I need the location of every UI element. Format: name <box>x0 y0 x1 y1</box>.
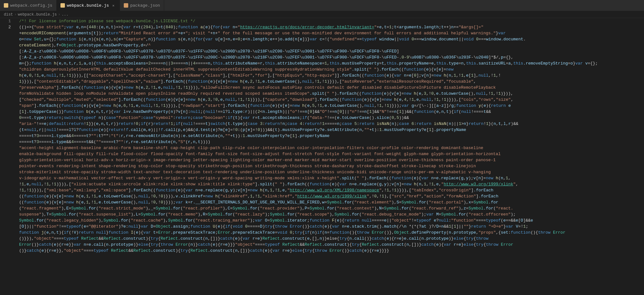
code-line-4: o=new Set,u={};function i(e,n){s(e,n),s(… <box>19 36 644 42</box>
code-line-14: ["checked","multiple","muted","selected"… <box>19 97 644 103</box>
code-line-39: ()}catch(e){r=e}},"object"====typeof Ref… <box>19 248 644 254</box>
code-line-20: =====t?3=====l.type&&4=====t?"":t?"":"t"… <box>19 133 644 139</box>
tab-webpack-bundle[interactable]: webpack.bundle.js ✕ <box>57 0 120 11</box>
editor-container: 1 2 /*! For license information please s… <box>0 18 644 295</box>
tab-label-webpack-bundle: webpack.bundle.js <box>67 3 109 8</box>
code-line-34: Symbol.for("react.legacy_hidden"),Symbol… <box>19 217 644 223</box>
line-numbers: 1 2 <box>0 18 16 295</box>
line-number-1: 1 <box>0 18 13 24</box>
code-line-21: =====t?3=====l.type&&4=====t&&(""=====t?… <box>19 139 644 145</box>
code-content[interactable]: /*! For license information please see w… <box>16 18 644 295</box>
code-line-27: v-ideographic v-mathematical vector-effe… <box>19 175 644 181</box>
code-line-16: [1].toUpperCase()}function b(e,n,t,r){va… <box>19 109 644 115</box>
code-line-30: ((function(e){v[e]=new h(e,1,!1,e.toLowe… <box>19 193 644 199</box>
line-number-2: 2 <box>0 24 13 30</box>
tab-label-webpack-config: webpack.config.js <box>10 3 52 8</box>
code-line-25: pointer-events rendering-intent shape-re… <box>19 163 644 169</box>
code-line-35: [O])||"function"!==typeof(e="@@iterator"… <box>19 223 644 230</box>
code-line-15: "span"].forEach((function(e){v[e]=new h(… <box>19 103 644 109</box>
code-line-23: enable-background fill-opacity fill-rule… <box>19 151 644 157</box>
webpack-bundle-icon <box>60 3 65 8</box>
breadcrumb-sep-1: › <box>14 12 17 17</box>
code-line-1: /*! For license information please see w… <box>19 18 644 24</box>
code-line-18: "aria-"!==e;default:return!1}}(e,n,t,r))… <box>19 121 644 127</box>
code-line-10: h(e,0,!1,e,null,!1,!1)})),[["acceptChars… <box>19 72 644 79</box>
code-line-22: "accent-height alignment-baseline arabic… <box>19 145 644 151</box>
code-line-28: !1,e,null,!1,!1)})),["xlink:actuate xlin… <box>19 181 644 187</box>
code-line-26: stroke-miterlimit stroke-opacity stroke-… <box>19 169 644 175</box>
webpack-config-icon <box>4 3 8 8</box>
breadcrumb: dist › webpack.bundle.js › ... <box>0 11 644 18</box>
code-line-13: formNoValidate hidden loop noModule noVa… <box>19 91 644 97</box>
breadcrumb-dist[interactable]: dist <box>4 12 13 17</box>
code-line-12: "preserveAlpha"].forEach((function(e){v[… <box>19 85 644 91</box>
tab-label-package-json: package.json <box>130 3 160 8</box>
code-line-38: Error()}catch(e){r=e}}var n=e.call(n.pro… <box>19 242 644 248</box>
code-line-11: 1)})),["contentEditable","draggable","sp… <box>19 79 644 85</box>
code-line-24: glyph-orientation-vertical horiz-adv-x h… <box>19 157 644 163</box>
code-line-36: function j(e,n,t){if(!V)return null}func… <box>19 230 644 236</box>
code-line-17: 0===t.type)return;switch(typeof n){case"… <box>19 115 644 121</box>
breadcrumb-sep-2: › <box>58 12 60 17</box>
tab-close-button[interactable]: ✕ <box>111 3 116 8</box>
breadcrumb-file[interactable]: webpack.bundle.js <box>18 12 57 17</box>
code-line-29: !1,!1)})),["xml:base","xml:lang","xml:sp… <box>19 187 644 193</box>
tab-webpack-config[interactable]: webpack.config.js <box>0 0 57 11</box>
code-line-7: [:A-Z_a-z\u00C0-\u00D6\u00D8-\u00F6\u00F… <box>19 54 644 60</box>
breadcrumb-context: ... <box>62 12 69 17</box>
code-line-37: ()}}),"object"====typeof Reflect&&Reflec… <box>19 236 644 242</box>
code-line-31: ((function(e){v[e]=new h(e,1,!1,e.toLowe… <box>19 199 644 205</box>
code-line-2: (()=>{"use strict";var e,n={448:(e,n,t)=… <box>19 24 644 30</box>
code-line-32: ("react.fragment"),E=Symbol.for("react.s… <box>19 205 644 211</box>
code-line-3: +encodeURIComponent(arguments[t]);return… <box>19 30 644 36</box>
code-line-6: [:A-Z_a-z\u00C0-\u00D6\u00D8-\u00F6\u00F… <box>19 48 644 54</box>
code-line-33: suspense"),T=Symbol.for("react.suspense_… <box>19 211 644 217</box>
tab-bar: webpack.config.js webpack.bundle.js ✕ pa… <box>0 0 644 11</box>
package-json-icon <box>124 3 128 8</box>
code-line-5: createElement),f=Object.prototype.hasOwn… <box>19 42 644 48</box>
code-line-9: "children dangerouslySetInnerHTML defaul… <box>19 66 644 72</box>
tab-package-json[interactable]: package.json <box>120 0 164 11</box>
code-line-19: (t=null,r||null!====l?l?function(e){retu… <box>19 127 644 133</box>
code-line-8: m={};function h(e,n,t,r,1,a,o){this.acce… <box>19 60 644 66</box>
